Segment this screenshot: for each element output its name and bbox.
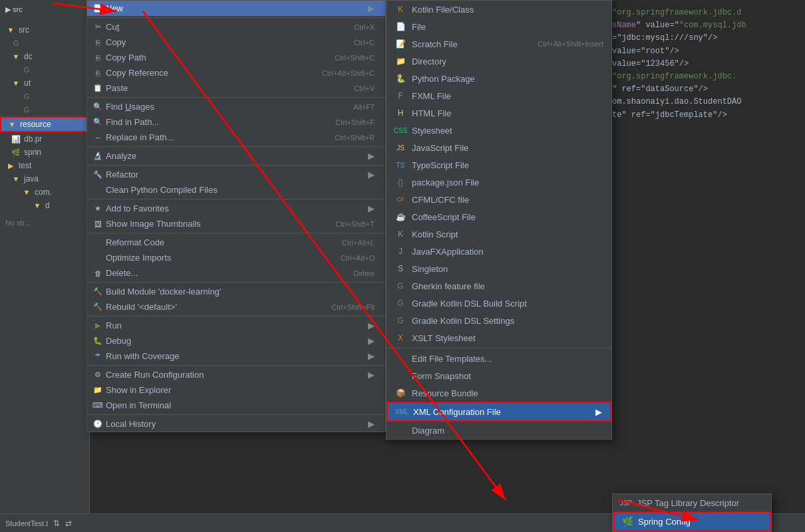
menu-item-find-path[interactable]: 🔍 Find in Path... Ctrl+Shift+F [87, 114, 385, 130]
submenu-item-html[interactable]: H HTML File [387, 104, 611, 122]
submenu-item-python-pkg[interactable]: 🐍 Python Package [387, 70, 611, 87]
menu-item-paste[interactable]: 📋 Paste Ctrl+V [87, 80, 385, 96]
submenu-item-gherkin[interactable]: G Gherkin feature file [387, 277, 611, 295]
submenu-item-ts[interactable]: TS TypeScript File [387, 156, 611, 174]
sort-icon[interactable]: ⇅ [53, 519, 60, 528]
sidebar-item-ut[interactable]: ▼ ut [0, 76, 89, 90]
submenu-item-label: Singleton [412, 264, 603, 274]
copy-path-icon: ⎘ [92, 53, 103, 63]
submenu-item-xslt[interactable]: X XSLT Stylesheet [387, 329, 611, 346]
submenu-item-kotlin[interactable]: K Kotlin File/Class [387, 1, 611, 18]
xml-sub-item-spring[interactable]: 🌿 Spring Config [613, 511, 771, 531]
submenu-item-label: Gradle Kotlin DSL Settings [412, 316, 603, 326]
menu-item-refactor[interactable]: 🔧 Refactor ▶ [87, 167, 385, 182]
sidebar-item-src[interactable]: ▼ src [0, 23, 89, 37]
menu-item-reformat[interactable]: Reformat Code Ctrl+Alt+L [87, 235, 385, 250]
submenu-item-file[interactable]: 📄 File [387, 18, 611, 35]
submenu-item-json[interactable]: {} package.json File [387, 174, 611, 191]
sidebar-item-g3[interactable]: G [0, 90, 89, 103]
js-icon: JS [395, 142, 406, 154]
gherkin-icon: G [395, 280, 406, 292]
xml-arrow-icon: ▶ [595, 407, 602, 417]
menu-item-rebuild[interactable]: 🔨 Rebuild '<default>' Ctrl+Shift+F9 [87, 299, 385, 315]
submenu-item-gradle-settings[interactable]: G Gradle Kotlin DSL Settings [387, 312, 611, 329]
menu-item-create-run-config[interactable]: ⚙ Create Run Configuration ▶ [87, 367, 385, 382]
replace-icon: ↔ [92, 132, 103, 143]
submenu-item-resource-bundle[interactable]: 📦 Resource Bundle [387, 384, 611, 402]
sidebar-item-com[interactable]: ▼ com. [0, 186, 89, 199]
submenu-item-form-snapshot[interactable]: Form Snapshot [387, 367, 611, 384]
history-icon: 🕐 [92, 419, 103, 430]
menu-item-delete[interactable]: 🗑 Delete... Delete [87, 265, 385, 281]
rebuild-icon: 🔨 [92, 302, 103, 313]
menu-item-find-usages[interactable]: 🔍 Find Usages Alt+F7 [87, 99, 385, 114]
form-icon [395, 370, 406, 382]
submenu-item-css[interactable]: CSS Stylesheet [387, 122, 611, 139]
shortcut-label: Ctrl+Alt+Shift+Insert [538, 40, 603, 48]
menu-item-new[interactable]: 📄 New ▶ [87, 1, 385, 16]
menu-item-build-module[interactable]: 🔨 Build Module 'docker-learning' [87, 284, 385, 299]
submenu-item-javafx[interactable]: J JavaFXApplication [387, 243, 611, 260]
menu-item-label: Replace in Path... [106, 132, 315, 142]
submenu-item-fxml[interactable]: F FXML File [387, 87, 611, 104]
submenu-item-cfml[interactable]: CF CFML/CFC file [387, 191, 611, 208]
menu-item-add-favorites[interactable]: ★ Add to Favorites ▶ [87, 201, 385, 216]
menu-item-open-terminal[interactable]: ⌨ Open in Terminal [87, 398, 385, 413]
menu-item-show-thumbnails[interactable]: 🖼 Show Image Thumbnails Ctrl+Shift+T [87, 216, 385, 231]
menu-item-copy-path[interactable]: ⎘ Copy Path Ctrl+Shift+C [87, 50, 385, 65]
menu-item-clean-python[interactable]: Clean Python Compiled Files [87, 182, 385, 198]
sidebar-item-d[interactable]: ▼ d [0, 199, 89, 212]
menu-item-label: Debug [106, 336, 365, 346]
menu-item-run-coverage[interactable]: ☂ Run with Coverage ▶ [87, 348, 385, 364]
folder-icon: ▼ [7, 119, 17, 130]
sidebar-item-java[interactable]: ▼ java [0, 172, 89, 186]
sidebar-item-g2[interactable]: G [0, 63, 89, 76]
submenu-item-kotlin-script[interactable]: K Kotlin Script [387, 225, 611, 243]
sidebar-item-g1[interactable]: G [0, 37, 89, 50]
sidebar-item-spring[interactable]: 🌿 sprin [0, 146, 89, 159]
submenu-item-xml-config[interactable]: XML XML Configuration File ▶ [387, 402, 611, 422]
menu-item-debug[interactable]: 🐛 Debug ▶ [87, 333, 385, 348]
submenu-item-diagram[interactable]: Diagram [387, 422, 611, 439]
menu-item-replace-path[interactable]: ↔ Replace in Path... Ctrl+Shift+R [87, 130, 385, 145]
sidebar-item-dc[interactable]: ▼ dc [0, 50, 89, 63]
submenu-item-directory[interactable]: 📁 Directory [387, 53, 611, 70]
submenu-item-coffee[interactable]: ☕ CoffeeScript File [387, 208, 611, 225]
menu-item-show-explorer[interactable]: 📁 Show in Explorer [87, 382, 385, 398]
submenu-item-gradle-build[interactable]: G Gradle Kotlin DSL Build Script [387, 295, 611, 312]
submenu-new: K Kotlin File/Class 📄 File 📝 Scratch Fil… [386, 0, 612, 440]
sidebar-item-g4[interactable]: G [0, 103, 89, 116]
gradle-settings-icon: G [395, 315, 406, 327]
sidebar-item-test[interactable]: ▶ test [0, 159, 89, 172]
code-line: "org.springframework.jdbc. [612, 70, 798, 83]
submenu-item-singleton[interactable]: S Singleton [387, 260, 611, 277]
submenu-item-scratch[interactable]: 📝 Scratch File Ctrl+Alt+Shift+Insert [387, 35, 611, 53]
submenu-item-label: Gherkin feature file [412, 281, 603, 291]
paste-icon: 📋 [92, 83, 103, 94]
menu-item-label: Find in Path... [106, 117, 315, 127]
switch-icon[interactable]: ⇄ [65, 519, 72, 528]
menu-item-cut[interactable]: ✂ Cut Ctrl+X [87, 19, 385, 35]
project-label: ▶ src [5, 5, 23, 14]
sidebar-item-resource[interactable]: ▼ resource [0, 116, 89, 132]
shortcut-label: Ctrl+Shift+R [335, 134, 375, 142]
menu-item-local-history[interactable]: 🕐 Local History ▶ [87, 416, 385, 432]
file-label: StudentTest.t [5, 519, 48, 527]
menu-item-optimize[interactable]: Optimize Imports Ctrl+Alt+O [87, 250, 385, 265]
arrow-icon: ▶ [368, 370, 375, 380]
code-line: "org.springframework.jdbc.d [612, 7, 798, 19]
clean-icon [92, 185, 103, 196]
find-icon: 🔍 [92, 102, 103, 112]
submenu-item-edit-templates[interactable]: Edit File Templates... [387, 350, 611, 367]
xml-sub-item-jsp[interactable]: JSP JSP Tag Library Descriptor [613, 494, 771, 511]
menu-item-analyze[interactable]: 🔬 Analyze ▶ [87, 148, 385, 164]
shortcut-label: Ctrl+Shift+T [335, 220, 375, 228]
separator [87, 282, 385, 283]
json-icon: {} [395, 176, 406, 188]
submenu-item-js[interactable]: JS JavaScript File [387, 139, 611, 156]
sidebar-item-db[interactable]: 📊 db.pr [0, 132, 89, 146]
menu-item-copy[interactable]: ⎘ Copy Ctrl+C [87, 35, 385, 50]
menu-item-run[interactable]: ▶ Run ▶ [87, 318, 385, 333]
menu-item-copy-ref[interactable]: ⎘ Copy Reference Ctrl+Alt+Shift+C [87, 65, 385, 80]
diagram-icon [395, 424, 406, 436]
